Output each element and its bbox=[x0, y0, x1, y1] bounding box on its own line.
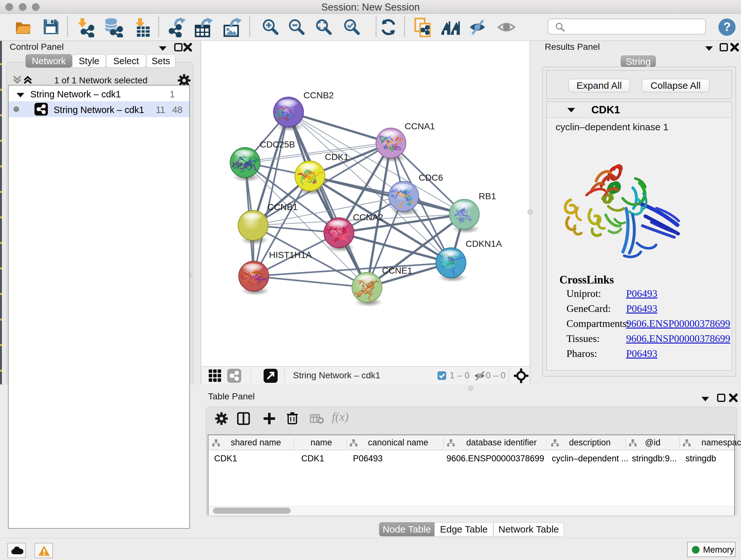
svg-text:CCNA1: CCNA1 bbox=[405, 121, 435, 131]
svg-text:CDC6: CDC6 bbox=[419, 173, 443, 183]
svg-text:CCNB1: CCNB1 bbox=[267, 202, 298, 212]
svg-text:HIST1H1A: HIST1H1A bbox=[269, 250, 312, 260]
svg-text:CDK1: CDK1 bbox=[325, 152, 349, 162]
svg-text:CCNE1: CCNE1 bbox=[382, 266, 412, 275]
svg-text:CCNB2: CCNB2 bbox=[304, 90, 334, 100]
svg-text:RB1: RB1 bbox=[479, 191, 496, 201]
svg-text:CCNA2: CCNA2 bbox=[353, 212, 383, 222]
svg-text:CDKN1A: CDKN1A bbox=[466, 239, 502, 249]
svg-text:CDC25B: CDC25B bbox=[260, 139, 295, 149]
svg-text:?: ? bbox=[723, 20, 731, 34]
